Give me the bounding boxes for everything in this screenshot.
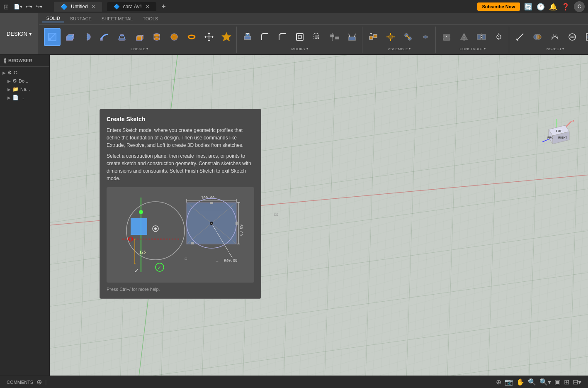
svg-text:⊡: ⊡ bbox=[185, 257, 187, 261]
cylinder-button[interactable] bbox=[148, 28, 165, 46]
zebra-button[interactable] bbox=[564, 28, 581, 46]
loft-button[interactable] bbox=[114, 28, 130, 46]
create-arrow[interactable]: ▾ bbox=[146, 47, 148, 51]
svg-text:X: X bbox=[572, 119, 575, 123]
tree-item-extra[interactable]: ▶ 📄 ... bbox=[0, 93, 49, 102]
motion-link-button[interactable] bbox=[417, 28, 434, 46]
tab-untitled[interactable]: 🔷 Untitled ✕ bbox=[54, 2, 102, 12]
browser-tree: ▶ ⚙ C... ▶ ⚙ Do... ▶ 📁 Na... ▶ 📄 ... bbox=[0, 67, 49, 376]
tab-surface[interactable]: SURFACE bbox=[66, 15, 96, 22]
svg-point-59 bbox=[569, 34, 576, 40]
viewcube-svg: X TOP FRONT RIGHT bbox=[538, 117, 576, 154]
design-arrow: ▾ bbox=[29, 31, 32, 37]
create-label: CREATE bbox=[131, 47, 146, 51]
align-button[interactable] bbox=[326, 28, 343, 46]
joint-button[interactable] bbox=[382, 28, 399, 46]
new-component-button[interactable] bbox=[365, 28, 381, 46]
display-icon[interactable]: ▣ bbox=[554, 378, 561, 386]
tab-tools[interactable]: TOOLS bbox=[138, 15, 162, 22]
fillet-button[interactable] bbox=[257, 28, 273, 46]
sweep-button[interactable] bbox=[96, 28, 113, 46]
curvature-comb-button[interactable] bbox=[547, 28, 563, 46]
assemble-label: ASSEMBLE bbox=[388, 47, 408, 51]
press-pull-button[interactable] bbox=[239, 28, 256, 46]
svg-text:60.00: 60.00 bbox=[239, 225, 243, 236]
help-icon[interactable]: 🔄 bbox=[524, 3, 532, 11]
bell-icon[interactable]: 🔔 bbox=[549, 3, 557, 11]
construct-arrow[interactable]: ▾ bbox=[484, 47, 486, 51]
statusbar: COMMENTS ⊕ | ⊕ 📷 ✋ 🔍 🔍▾ ▣ ⊞ ⊟▾ bbox=[0, 376, 588, 388]
redo-button[interactable]: ↪▾ bbox=[36, 4, 42, 10]
tab-add-button[interactable]: + bbox=[161, 2, 166, 11]
browser-collapse-button[interactable]: ⟪ bbox=[3, 57, 7, 64]
move-button[interactable] bbox=[201, 28, 217, 46]
apps-icon[interactable]: ⊞ bbox=[3, 3, 9, 11]
svg-rect-97 bbox=[210, 202, 213, 204]
construct-group: CONSTRUCT ▾ bbox=[437, 27, 509, 53]
extrude-button[interactable] bbox=[61, 28, 78, 46]
file-button[interactable]: 📄▾ bbox=[14, 4, 22, 10]
torus-button[interactable] bbox=[183, 28, 200, 46]
snap-icon[interactable]: ⊕ bbox=[496, 378, 501, 386]
tree-item-named[interactable]: ▶ 📁 Na... bbox=[0, 85, 49, 93]
zoom-icon[interactable]: 🔍 bbox=[528, 378, 536, 386]
tab-cara-close[interactable]: ✕ bbox=[146, 4, 150, 10]
viewcube[interactable]: X TOP FRONT RIGHT bbox=[538, 117, 576, 154]
pan-icon[interactable]: ✋ bbox=[516, 378, 525, 386]
question-icon[interactable]: ❓ bbox=[561, 3, 570, 11]
modify-arrow[interactable]: ▾ bbox=[306, 47, 308, 51]
tab-untitled-close[interactable]: ✕ bbox=[91, 4, 95, 10]
avatar[interactable]: C bbox=[574, 1, 585, 12]
svg-rect-28 bbox=[349, 37, 355, 40]
undo-button[interactable]: ↩▾ bbox=[26, 4, 32, 10]
scale-button[interactable] bbox=[309, 28, 326, 46]
svg-text:∞: ∞ bbox=[274, 211, 278, 218]
tree-root[interactable]: ▶ ⚙ C... bbox=[0, 68, 49, 77]
statusbar-right: ⊕ 📷 ✋ 🔍 🔍▾ ▣ ⊞ ⊟▾ bbox=[496, 378, 581, 386]
svg-text:↙: ↙ bbox=[134, 267, 139, 273]
viewport[interactable]: ∞ Create Sketch Enters Sketch mode, wher… bbox=[50, 55, 588, 376]
svg-point-2 bbox=[49, 39, 51, 40]
tab-cara-label: cara Av1 bbox=[123, 4, 142, 10]
clock-icon[interactable]: 🕐 bbox=[537, 3, 545, 11]
sphere-button[interactable] bbox=[166, 28, 182, 46]
shell-button[interactable] bbox=[292, 28, 308, 46]
svg-point-15 bbox=[188, 35, 195, 39]
modify-label: MODIFY bbox=[291, 47, 306, 51]
offset-plane-button[interactable] bbox=[438, 28, 455, 46]
assemble-label-row: ASSEMBLE ▾ bbox=[388, 46, 411, 51]
svg-rect-9 bbox=[136, 37, 141, 40]
plane-at-angle-button[interactable] bbox=[456, 28, 472, 46]
svg-rect-29 bbox=[369, 36, 373, 39]
inspect-arrow[interactable]: ▾ bbox=[562, 47, 564, 51]
tree-item-doc[interactable]: ▶ ⚙ Do... bbox=[0, 77, 49, 85]
subscribe-button[interactable]: Subscribe Now bbox=[477, 2, 520, 11]
revolve-button[interactable] bbox=[79, 28, 95, 46]
midplane-button[interactable] bbox=[473, 28, 490, 46]
measure-button[interactable] bbox=[512, 28, 528, 46]
tab-solid[interactable]: SOLID bbox=[42, 15, 64, 22]
construct-label-row: CONSTRUCT ▾ bbox=[460, 46, 486, 51]
comments-add-button[interactable]: ⊕ bbox=[36, 378, 42, 386]
tab-cara[interactable]: 🔷 cara Av1 ✕ bbox=[107, 2, 156, 11]
svg-point-79 bbox=[154, 227, 157, 230]
create-sketch-button[interactable] bbox=[44, 28, 61, 46]
interference-button[interactable] bbox=[529, 28, 546, 46]
chamfer-button[interactable] bbox=[274, 28, 291, 46]
assemble-arrow[interactable]: ▾ bbox=[409, 47, 411, 51]
draft-analysis-button[interactable] bbox=[581, 28, 588, 46]
tab-sheetmetal[interactable]: SHEET METAL bbox=[97, 15, 137, 22]
tab-untitled-icon: 🔷 bbox=[61, 3, 68, 10]
axis-through-button[interactable] bbox=[491, 28, 507, 46]
tab-untitled-label: Untitled bbox=[71, 4, 88, 10]
draft-button[interactable] bbox=[344, 28, 360, 46]
feature-button[interactable] bbox=[218, 28, 235, 46]
view-icon[interactable]: ⊟▾ bbox=[573, 378, 581, 386]
rigid-group-button[interactable] bbox=[400, 28, 416, 46]
camera-icon[interactable]: 📷 bbox=[505, 378, 513, 386]
zoom-dropdown[interactable]: 🔍▾ bbox=[539, 378, 551, 386]
tab-cara-icon: 🔷 bbox=[114, 4, 120, 10]
box-button[interactable] bbox=[131, 28, 148, 46]
grid-icon[interactable]: ⊞ bbox=[564, 378, 569, 386]
design-dropdown[interactable]: DESIGN ▾ bbox=[0, 13, 39, 54]
